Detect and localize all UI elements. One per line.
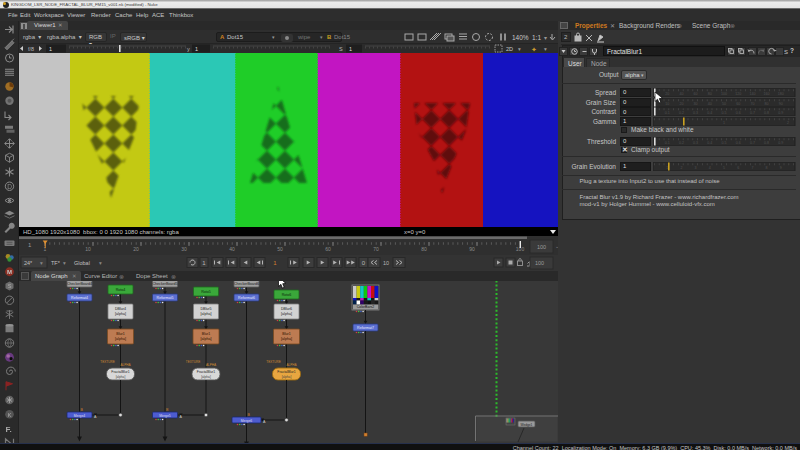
svg-text:Global: Global [74, 260, 90, 266]
svg-text:0.7: 0.7 [750, 111, 755, 115]
svg-text:CheckerBoard4: CheckerBoard4 [67, 282, 92, 286]
svg-text:y: y [187, 46, 190, 52]
svg-text:1: 1 [28, 242, 32, 248]
svg-text:CheckerBoard5: CheckerBoard5 [153, 282, 178, 286]
svg-text:90: 90 [469, 246, 475, 252]
svg-text:Blur1: Blur1 [116, 332, 124, 336]
svg-text:120: 120 [735, 91, 741, 95]
svg-text:0.6: 0.6 [736, 140, 741, 144]
svg-text:0.8: 0.8 [764, 140, 769, 144]
svg-text:3: 3 [695, 165, 697, 169]
svg-text:20: 20 [665, 91, 669, 95]
svg-text:0.5: 0.5 [722, 140, 727, 144]
svg-text:Roto4: Roto4 [116, 288, 126, 292]
svg-text:8: 8 [766, 165, 768, 169]
svg-text:10: 10 [85, 246, 91, 252]
svg-text:Reformat5: Reformat5 [157, 296, 174, 300]
svg-text:0.7: 0.7 [750, 140, 755, 144]
svg-text:Reformat4: Reformat4 [71, 296, 88, 300]
svg-text:[alpha]: [alpha] [201, 337, 212, 341]
svg-text:0.4: 0.4 [707, 140, 712, 144]
svg-text:[alpha]: [alpha] [115, 337, 126, 341]
svg-text:0.9: 0.9 [778, 140, 783, 144]
svg-text:24*: 24* [24, 260, 33, 266]
svg-text:0.1: 0.1 [665, 140, 670, 144]
svg-text:Blur1: Blur1 [282, 332, 290, 336]
svg-text:TEXTURE: TEXTURE [186, 360, 200, 364]
svg-text:30: 30 [181, 246, 187, 252]
svg-text:5: 5 [723, 165, 725, 169]
svg-text:DBlur5: DBlur5 [201, 307, 212, 311]
svg-text:Roto5: Roto5 [201, 290, 211, 294]
svg-text:CheckerBoard6: CheckerBoard6 [234, 282, 259, 286]
svg-text:0.8: 0.8 [764, 111, 769, 115]
svg-text:4: 4 [709, 165, 711, 169]
svg-text:60: 60 [325, 246, 331, 252]
svg-text:20: 20 [133, 246, 139, 252]
svg-text:1: 1 [273, 260, 277, 266]
svg-text:▾: ▾ [544, 35, 547, 41]
svg-text:1: 1 [49, 46, 52, 52]
svg-text:1: 1 [666, 165, 668, 169]
svg-text:ALPHA: ALPHA [206, 363, 217, 367]
svg-text:0.9: 0.9 [778, 111, 783, 115]
svg-text:K: K [7, 412, 11, 418]
svg-text:▾: ▾ [518, 46, 521, 52]
svg-text:ColorBars2: ColorBars2 [357, 305, 375, 309]
svg-text:S: S [784, 49, 788, 55]
svg-text:140: 140 [749, 91, 755, 95]
svg-text:140%: 140% [512, 34, 529, 41]
svg-text:10: 10 [665, 101, 669, 105]
svg-text:80: 80 [708, 91, 712, 95]
svg-text:100: 100 [721, 91, 727, 95]
svg-text:1: 1 [195, 46, 198, 52]
svg-text:D: D [7, 183, 12, 190]
svg-text:160: 160 [764, 91, 770, 95]
svg-text:TEXTURE: TEXTURE [266, 360, 280, 364]
svg-text:TF*: TF* [51, 260, 61, 266]
svg-text:7: 7 [751, 165, 753, 169]
svg-text:70: 70 [373, 246, 379, 252]
svg-text:1: 1 [723, 120, 725, 124]
svg-text:▾: ▾ [63, 260, 66, 266]
svg-text:20: 20 [679, 101, 683, 105]
svg-text:70: 70 [750, 101, 754, 105]
svg-text:[alpha]: [alpha] [115, 312, 126, 316]
svg-text:50: 50 [277, 246, 283, 252]
svg-text:▾: ▾ [40, 260, 43, 266]
svg-text:2D: 2D [506, 46, 513, 52]
svg-text:Merge4: Merge4 [74, 414, 86, 418]
svg-text:[alpha]: [alpha] [281, 312, 292, 316]
svg-text:S: S [8, 283, 12, 289]
svg-text:FractalBlur1: FractalBlur1 [197, 370, 215, 374]
svg-text:100: 100 [535, 260, 544, 266]
svg-text:[alpha]: [alpha] [201, 375, 211, 379]
svg-text:F.: F. [6, 425, 12, 434]
svg-text:1:1: 1:1 [532, 34, 541, 41]
svg-text:90: 90 [779, 101, 783, 105]
svg-text:40: 40 [229, 246, 235, 252]
svg-text:1: 1 [349, 46, 352, 52]
svg-text:DBlur4: DBlur4 [115, 307, 126, 311]
svg-text:30: 30 [694, 101, 698, 105]
svg-text:9: 9 [780, 165, 782, 169]
svg-text:0.3: 0.3 [693, 140, 698, 144]
svg-text:180: 180 [778, 91, 784, 95]
svg-text:▾: ▾ [544, 46, 547, 52]
svg-text:f/8: f/8 [28, 46, 34, 52]
svg-text:[alpha]: [alpha] [281, 337, 292, 341]
svg-text:0.5: 0.5 [722, 111, 727, 115]
svg-text:B: B [166, 408, 169, 412]
svg-text:B: B [81, 408, 84, 412]
svg-text:B: B [248, 413, 251, 417]
svg-text:DBlur6: DBlur6 [281, 307, 292, 311]
svg-text:TEXTURE: TEXTURE [100, 360, 114, 364]
svg-text:80: 80 [421, 246, 427, 252]
svg-text:Roto6: Roto6 [282, 293, 292, 297]
svg-text:0.2: 0.2 [679, 111, 684, 115]
svg-text:FractalBlur1: FractalBlur1 [111, 370, 129, 374]
svg-text:0.3: 0.3 [693, 111, 698, 115]
svg-text:40: 40 [679, 91, 683, 95]
svg-text:▾: ▾ [99, 260, 102, 266]
svg-text:ALPHA: ALPHA [286, 363, 297, 367]
